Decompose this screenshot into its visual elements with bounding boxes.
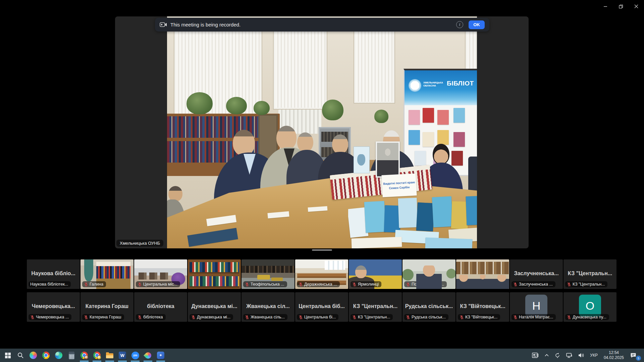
participant-name-label: КЗ"Білогірська ...	[458, 281, 501, 287]
news-widget-icon[interactable]	[529, 349, 541, 362]
clock[interactable]: 12:54 04.02.2025	[601, 349, 627, 362]
taskbar-icons: Wzm✦	[0, 349, 167, 362]
book-display	[348, 188, 477, 248]
tray-chevron-up-icon[interactable]	[542, 349, 551, 362]
participant-name-large: КЗ "Війтовецьк...	[456, 303, 509, 309]
participant-tile[interactable]: Галина	[80, 259, 133, 289]
taskbar-paint-icon[interactable]	[142, 349, 154, 362]
participant-tile[interactable]: Центральна біб...Центральна бі...	[295, 292, 348, 322]
taskbar-chrome-icon[interactable]	[40, 349, 52, 362]
participant-name: Центральна бі...	[304, 315, 336, 319]
taskbar-file-explorer-icon[interactable]	[103, 349, 116, 362]
participant-name: Центральна міс...	[143, 282, 177, 287]
participant-name-label: Дунаєвецька мі...	[190, 314, 233, 320]
muted-mic-icon	[567, 282, 571, 287]
recording-ok-button[interactable]: OK	[469, 20, 485, 29]
participant-tile[interactable]: КЗ "Війтовецьк...КЗ "Війтовецьк...	[456, 292, 509, 322]
recording-banner-text: This meeting is being recorded.	[170, 22, 240, 27]
muted-mic-icon	[84, 315, 88, 319]
portrait-photo	[376, 141, 400, 178]
participant-tile[interactable]: Центральна міс...	[134, 259, 187, 289]
muted-mic-icon	[191, 282, 196, 287]
gallery-resize-handle[interactable]	[312, 249, 332, 251]
muted-mic-icon	[352, 315, 357, 319]
participant-name-large: бібліотека	[134, 303, 187, 309]
window-controls	[598, 0, 644, 13]
minimize-icon	[603, 4, 607, 8]
participant-name-label: Дунаєвецька пу...	[565, 314, 609, 320]
network-icon[interactable]	[564, 349, 575, 362]
taskbar-search-icon[interactable]	[14, 349, 27, 362]
participant-name: Наталія Матрає...	[519, 315, 553, 319]
participant-tile[interactable]: КЗ "Центральн...КЗ "Центральн...	[349, 292, 402, 322]
participant-tile[interactable]: Чемеровецька...Чемеровецька ...	[27, 292, 80, 322]
close-button[interactable]	[629, 0, 644, 13]
participant-tile[interactable]: ОДунаєвецька пу...	[564, 292, 616, 322]
participant-tile[interactable]: Теофіпольська ...	[241, 259, 294, 289]
participant-tile[interactable]: КЗ"Білогірська ...	[456, 259, 509, 289]
participant-gallery-row-2: Чемеровецька...Чемеровецька ...Катерина …	[27, 292, 616, 322]
recording-banner: This meeting is being recorded. i OK	[155, 18, 489, 32]
participant-tile[interactable]: Летичівська пу...	[188, 259, 241, 289]
window-blinds	[274, 22, 327, 109]
participant-tile[interactable]: Рудська сільськ...Рудська сільськ...	[402, 292, 455, 322]
window-blinds	[354, 24, 394, 103]
participant-tile[interactable]: бібліотекабібліотека	[134, 292, 187, 322]
participant-tile[interactable]: Наукова бібліо...Наукова бібліотек...	[27, 259, 80, 289]
participant-tile[interactable]: Деражнянська ...	[295, 259, 348, 289]
minimize-button[interactable]	[598, 0, 613, 13]
sign-line1: Видатні постаті краю	[383, 181, 415, 186]
taskbar-calculator-icon[interactable]	[65, 349, 78, 362]
participant-name: Теофіпольська ...	[251, 282, 284, 287]
participant-name: бібліотека	[143, 315, 163, 319]
participant-tile[interactable]: КЗ "Центральн...КЗ "Центральн...	[564, 259, 616, 289]
participant-name: Ярмолинці	[358, 282, 379, 287]
language-indicator[interactable]: УКР	[588, 349, 600, 362]
muted-mic-icon	[245, 315, 249, 319]
participant-tile[interactable]: Заслучненська...Заслучненська ...	[510, 259, 563, 289]
muted-mic-icon	[299, 315, 303, 319]
participant-name: КЗ "Центральн...	[358, 315, 390, 319]
participant-name-label: Наукова бібліотек...	[29, 281, 71, 287]
tray-sync-icon[interactable]	[552, 349, 563, 362]
participant-tile[interactable]: Полонська ЦБ ...	[402, 259, 455, 289]
taskbar-edge-icon[interactable]	[52, 349, 65, 362]
participant-tile[interactable]: Катерина ГорашКатерина Гораш	[80, 292, 133, 322]
muted-mic-icon	[513, 315, 518, 319]
person	[332, 134, 348, 154]
action-center-icon[interactable]: 5	[628, 349, 641, 362]
participant-tile[interactable]: Дунаєвецька мі...Дунаєвецька мі...	[188, 292, 241, 322]
restore-button[interactable]	[613, 0, 629, 13]
speaker-video[interactable]: ХМЕЛЬНИЦЬКА ОБЛАСНА БІБЛІОТ	[167, 16, 477, 248]
participant-name-large: Центральна біб...	[295, 303, 348, 309]
taskbar-word-icon[interactable]: W	[116, 349, 129, 362]
plant	[226, 97, 247, 114]
participant-name: КЗ "Війтовецьк...	[465, 315, 497, 319]
volume-icon[interactable]	[576, 349, 587, 362]
booklet	[354, 146, 370, 173]
taskbar-start-icon[interactable]	[1, 349, 14, 362]
info-icon[interactable]: i	[456, 21, 463, 28]
participant-name-large: Дунаєвецька мі...	[188, 303, 241, 309]
participant-gallery-row-1: Наукова бібліо...Наукова бібліотек...Гал…	[27, 259, 616, 289]
poster-title: БІБЛІОТ	[447, 80, 474, 87]
avatar: Н	[525, 295, 547, 317]
participant-tile[interactable]: Ярмолинці	[349, 259, 402, 289]
taskbar-photos-icon[interactable]: ✦	[154, 349, 167, 362]
participant-name-label: Жванецька сіль...	[243, 314, 287, 320]
taskbar-zoom-icon[interactable]: zm	[129, 349, 142, 362]
system-tray: УКР 12:54 04.02.2025 5	[529, 349, 644, 362]
participant-name-label: Полонська ЦБ ...	[404, 281, 447, 287]
participant-tile[interactable]: ННаталія Матрає...	[510, 292, 563, 322]
tray-time: 12:54	[609, 350, 619, 355]
person	[233, 130, 255, 156]
participant-tile[interactable]: Жванецька сіл...Жванецька сіль...	[241, 292, 294, 322]
muted-mic-icon	[299, 282, 303, 287]
taskbar-chrome-profile-2-icon[interactable]	[91, 349, 103, 362]
taskbar-copilot-icon[interactable]	[27, 349, 40, 362]
muted-mic-icon	[460, 315, 464, 319]
participant-name-label: Наталія Матрає...	[512, 314, 556, 320]
speaker-name-label: Хмельницька ОУНБ	[116, 240, 163, 247]
taskbar-chrome-profile-1-icon[interactable]	[78, 349, 91, 362]
plant	[186, 92, 213, 114]
